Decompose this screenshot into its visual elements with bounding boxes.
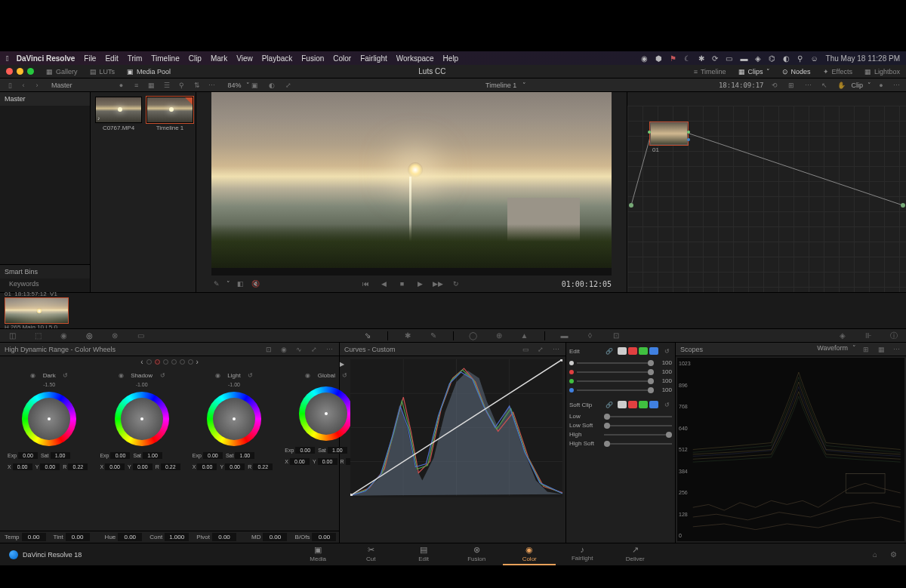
menu-fusion[interactable]: Fusion <box>301 54 324 63</box>
smartbins-header[interactable]: Smart Bins <box>0 264 90 279</box>
menu-clip[interactable]: Clip <box>189 54 202 63</box>
maximize-window-button[interactable] <box>27 68 34 75</box>
color-wheel[interactable] <box>299 386 353 441</box>
wheel-picker-icon[interactable]: ◉ <box>116 370 126 380</box>
mute-icon[interactable]: 🔇 <box>250 279 260 289</box>
intensity-slider[interactable] <box>577 371 654 373</box>
highsoft-slider[interactable] <box>604 443 672 445</box>
page-deliver[interactable]: ↗Deliver <box>609 543 661 565</box>
clip-thumb[interactable]: ♪ C0767.MP4 <box>95 97 142 131</box>
node-record-icon[interactable]: ● <box>876 80 886 91</box>
motion-icon[interactable]: ▭ <box>133 331 148 341</box>
wheel-reset-icon[interactable]: ↺ <box>245 370 256 380</box>
info-icon[interactable]: ⓘ <box>886 331 901 341</box>
notifications-icon[interactable]: ⚑ <box>670 54 676 63</box>
scope-grid-icon[interactable]: ▦ <box>876 344 886 355</box>
display-icon[interactable]: ▭ <box>726 54 732 63</box>
blur-icon[interactable]: ▬ <box>557 331 572 341</box>
blue-chip[interactable] <box>649 347 658 355</box>
search-icon[interactable]: ⚲ <box>797 54 803 63</box>
close-window-button[interactable] <box>6 68 13 75</box>
red-chip[interactable] <box>628 347 637 355</box>
wheels-icon[interactable]: ◉ <box>56 331 71 341</box>
app-name[interactable]: DaVinci Resolve <box>17 54 76 63</box>
user-icon[interactable]: ☺ <box>810 54 818 63</box>
picker-icon[interactable]: ✎ <box>211 279 222 289</box>
timeline-toggle[interactable]: ≡Timeline <box>688 65 732 79</box>
menu-color[interactable]: Color <box>333 54 351 63</box>
bluetooth-icon[interactable]: ✱ <box>698 54 704 63</box>
stop-icon[interactable]: ■ <box>396 279 407 289</box>
color-match-icon[interactable]: ⬚ <box>30 331 45 341</box>
page-cut[interactable]: ✂Cut <box>344 543 397 565</box>
loop-playback-icon[interactable]: ↻ <box>451 279 461 289</box>
scope-mode[interactable]: Waveform <box>817 344 848 355</box>
sort-icon[interactable]: ⇅ <box>192 80 202 91</box>
link-icon[interactable]: 🔗 <box>604 399 615 410</box>
x-input[interactable] <box>197 463 217 470</box>
wheel-reset-icon[interactable]: ↺ <box>157 370 168 380</box>
exp-input[interactable] <box>203 452 223 459</box>
pivot-input[interactable] <box>212 533 236 541</box>
keyframe-icon[interactable]: ◈ <box>835 331 850 341</box>
view-strip-icon[interactable]: ☰ <box>162 80 172 91</box>
prev-frame-icon[interactable]: ◀ <box>378 279 389 289</box>
tint-input[interactable] <box>66 533 90 541</box>
nav-fwd-icon[interactable]: › <box>32 80 42 91</box>
view-thumb-icon[interactable]: ▦ <box>146 80 157 91</box>
bofs-input[interactable] <box>312 533 336 541</box>
color-wheel[interactable] <box>22 392 76 446</box>
menubar-clock[interactable]: Thu May 18 11:28 PM <box>826 54 900 63</box>
grid-icon[interactable]: ⊞ <box>786 80 797 91</box>
sat-input[interactable] <box>143 452 162 459</box>
clip-selector[interactable]: Clip <box>851 82 863 89</box>
sync-icon[interactable]: ⟳ <box>712 54 718 63</box>
nodes-toggle[interactable]: ⊙Nodes <box>776 65 817 79</box>
first-frame-icon[interactable]: ⏮ <box>360 279 371 289</box>
search-icon[interactable]: ⚲ <box>177 80 187 91</box>
apple-icon[interactable]:  <box>6 54 9 63</box>
green-chip[interactable] <box>639 347 648 355</box>
r-input[interactable] <box>253 463 273 470</box>
minimize-window-button[interactable] <box>17 68 23 75</box>
sat-input[interactable] <box>235 452 254 459</box>
page-fusion[interactable]: ⊗Fusion <box>450 543 503 565</box>
page-media[interactable]: ▣Media <box>291 543 344 565</box>
wheels-mode-icon[interactable]: ⊡ <box>263 344 274 355</box>
scope-options-icon[interactable]: ⋯ <box>891 344 901 355</box>
zoom-value[interactable]: 84% <box>228 82 242 89</box>
high-slider[interactable] <box>604 434 672 436</box>
exp-input[interactable] <box>295 447 315 454</box>
lum-chip[interactable] <box>618 347 627 355</box>
status-icon[interactable]: ⬢ <box>655 54 662 63</box>
clips-toggle[interactable]: ▦Clips ˅ <box>732 65 776 79</box>
exp-input[interactable] <box>110 452 130 459</box>
next-frame-icon[interactable]: ▶▶ <box>433 279 443 289</box>
green-chip[interactable] <box>639 401 648 408</box>
wheel-picker-icon[interactable]: ◉ <box>212 370 223 380</box>
play-curve-icon[interactable]: ▶ <box>340 361 344 368</box>
timeline-clip-thumb[interactable] <box>5 297 69 324</box>
settings-icon[interactable]: ⚙ <box>888 550 898 560</box>
gallery-tab[interactable]: ▦Gallery <box>40 65 84 79</box>
lum-chip[interactable] <box>618 401 627 408</box>
scrubber[interactable] <box>211 268 612 276</box>
qualifier-icon[interactable]: ✎ <box>426 331 441 341</box>
mediapool-tab[interactable]: ▣Media Pool <box>121 65 177 79</box>
menu-mark[interactable]: Mark <box>211 54 227 63</box>
x-input[interactable] <box>105 463 125 470</box>
view-list-icon[interactable]: ≡ <box>131 80 142 91</box>
hand-tool-icon[interactable]: ✋ <box>836 80 846 91</box>
luts-tab[interactable]: ▤LUTs <box>84 65 122 79</box>
reset-icon[interactable]: ↺ <box>661 346 672 356</box>
low-slider[interactable] <box>604 416 672 417</box>
intensity-slider[interactable] <box>577 389 654 391</box>
curves-options-icon[interactable]: ⋯ <box>550 344 561 355</box>
master-bin[interactable]: Master <box>0 92 90 106</box>
record-icon[interactable]: ● <box>116 80 127 91</box>
menu-playback[interactable]: Playback <box>262 54 293 63</box>
warper-icon[interactable]: ✱ <box>400 331 415 341</box>
menu-edit[interactable]: Edit <box>105 54 118 63</box>
menu-file[interactable]: File <box>84 54 96 63</box>
red-chip[interactable] <box>628 401 637 408</box>
